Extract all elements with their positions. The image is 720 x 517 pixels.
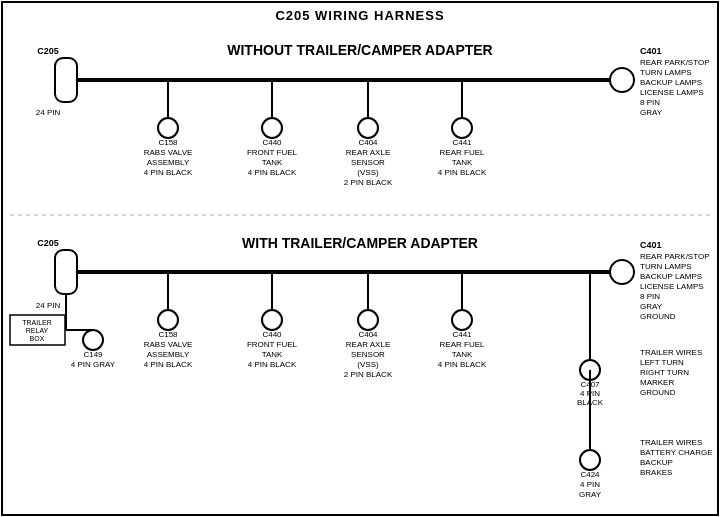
- svg-text:2 PIN BLACK: 2 PIN BLACK: [344, 178, 393, 187]
- svg-text:C205: C205: [37, 238, 59, 248]
- svg-text:FRONT FUEL: FRONT FUEL: [247, 148, 298, 157]
- svg-text:GRAY: GRAY: [579, 490, 602, 499]
- svg-text:(VSS): (VSS): [357, 168, 379, 177]
- svg-text:C440: C440: [262, 138, 282, 147]
- svg-text:C401: C401: [640, 240, 662, 250]
- svg-text:TURN LAMPS: TURN LAMPS: [640, 68, 692, 77]
- svg-text:4 PIN BLACK: 4 PIN BLACK: [248, 168, 297, 177]
- svg-point-101: [452, 310, 472, 330]
- svg-point-14: [158, 118, 178, 138]
- svg-text:C158: C158: [158, 330, 178, 339]
- svg-text:WITH  TRAILER/CAMPER  ADAPTER: WITH TRAILER/CAMPER ADAPTER: [242, 235, 478, 251]
- svg-point-5: [610, 68, 634, 92]
- svg-text:REAR PARK/STOP: REAR PARK/STOP: [640, 252, 710, 261]
- svg-text:GRAY: GRAY: [640, 108, 663, 117]
- svg-text:BRAKES: BRAKES: [640, 468, 672, 477]
- svg-text:TURN LAMPS: TURN LAMPS: [640, 262, 692, 271]
- svg-point-33: [452, 118, 472, 138]
- svg-text:REAR FUEL: REAR FUEL: [440, 340, 485, 349]
- svg-point-88: [262, 310, 282, 330]
- svg-text:REAR AXLE: REAR AXLE: [346, 340, 390, 349]
- svg-text:2 PIN BLACK: 2 PIN BLACK: [344, 370, 393, 379]
- svg-text:REAR AXLE: REAR AXLE: [346, 148, 390, 157]
- svg-text:C441: C441: [452, 330, 472, 339]
- svg-text:4 PIN: 4 PIN: [580, 480, 600, 489]
- svg-text:4 PIN BLACK: 4 PIN BLACK: [248, 360, 297, 369]
- svg-text:4 PIN BLACK: 4 PIN BLACK: [438, 360, 487, 369]
- svg-text:LEFT TURN: LEFT TURN: [640, 358, 684, 367]
- svg-text:REAR FUEL: REAR FUEL: [440, 148, 485, 157]
- svg-text:4 PIN GRAY: 4 PIN GRAY: [71, 360, 116, 369]
- svg-text:BACKUP LAMPS: BACKUP LAMPS: [640, 272, 702, 281]
- svg-text:C404: C404: [358, 138, 378, 147]
- svg-text:GROUND: GROUND: [640, 388, 676, 397]
- svg-point-53: [610, 260, 634, 284]
- svg-text:ASSEMBLY: ASSEMBLY: [147, 350, 190, 359]
- svg-text:RABS VALVE: RABS VALVE: [144, 340, 193, 349]
- svg-point-94: [358, 310, 378, 330]
- svg-text:TRAILER WIRES: TRAILER WIRES: [640, 438, 702, 447]
- svg-text:BOX: BOX: [30, 335, 45, 342]
- svg-text:LICENSE LAMPS: LICENSE LAMPS: [640, 282, 704, 291]
- svg-text:C401: C401: [640, 46, 662, 56]
- svg-text:FRONT FUEL: FRONT FUEL: [247, 340, 298, 349]
- svg-text:8 PIN: 8 PIN: [640, 292, 660, 301]
- svg-text:REAR PARK/STOP: REAR PARK/STOP: [640, 58, 710, 67]
- svg-text:4 PIN BLACK: 4 PIN BLACK: [438, 168, 487, 177]
- svg-text:BACKUP LAMPS: BACKUP LAMPS: [640, 78, 702, 87]
- svg-text:TRAILER: TRAILER: [22, 319, 52, 326]
- svg-text:BATTERY CHARGE: BATTERY CHARGE: [640, 448, 712, 457]
- svg-text:4 PIN BLACK: 4 PIN BLACK: [144, 168, 193, 177]
- svg-text:TRAILER WIRES: TRAILER WIRES: [640, 348, 702, 357]
- svg-text:BACKUP: BACKUP: [640, 458, 673, 467]
- svg-text:TANK: TANK: [262, 158, 283, 167]
- svg-text:C205: C205: [37, 46, 59, 56]
- svg-text:RABS VALVE: RABS VALVE: [144, 148, 193, 157]
- svg-text:24 PIN: 24 PIN: [36, 108, 61, 117]
- svg-point-73: [580, 450, 600, 470]
- svg-text:RIGHT TURN: RIGHT TURN: [640, 368, 689, 377]
- svg-rect-2: [55, 58, 77, 102]
- wiring-diagram: WITHOUT TRAILER/CAMPER ADAPTER C205 24 P…: [0, 0, 720, 517]
- svg-text:RELAY: RELAY: [26, 327, 49, 334]
- svg-text:4 PIN BLACK: 4 PIN BLACK: [144, 360, 193, 369]
- svg-text:8 PIN: 8 PIN: [640, 98, 660, 107]
- svg-text:WITHOUT  TRAILER/CAMPER  ADAPT: WITHOUT TRAILER/CAMPER ADAPTER: [227, 42, 492, 58]
- svg-point-20: [262, 118, 282, 138]
- svg-text:C424: C424: [580, 470, 600, 479]
- svg-text:GROUND: GROUND: [640, 312, 676, 321]
- svg-text:TANK: TANK: [452, 350, 473, 359]
- svg-text:24 PIN: 24 PIN: [36, 301, 61, 310]
- svg-text:SENSOR: SENSOR: [351, 158, 385, 167]
- svg-text:C441: C441: [452, 138, 472, 147]
- svg-point-82: [158, 310, 178, 330]
- svg-text:(VSS): (VSS): [357, 360, 379, 369]
- svg-text:C440: C440: [262, 330, 282, 339]
- svg-text:C404: C404: [358, 330, 378, 339]
- svg-text:MARKER: MARKER: [640, 378, 674, 387]
- svg-text:TANK: TANK: [262, 350, 283, 359]
- svg-text:SENSOR: SENSOR: [351, 350, 385, 359]
- svg-text:TANK: TANK: [452, 158, 473, 167]
- svg-text:GRAY: GRAY: [640, 302, 663, 311]
- svg-point-26: [358, 118, 378, 138]
- svg-rect-41: [55, 250, 77, 294]
- svg-text:LICENSE LAMPS: LICENSE LAMPS: [640, 88, 704, 97]
- svg-text:C149: C149: [83, 350, 103, 359]
- svg-point-50: [83, 330, 103, 350]
- svg-text:C158: C158: [158, 138, 178, 147]
- svg-text:ASSEMBLY: ASSEMBLY: [147, 158, 190, 167]
